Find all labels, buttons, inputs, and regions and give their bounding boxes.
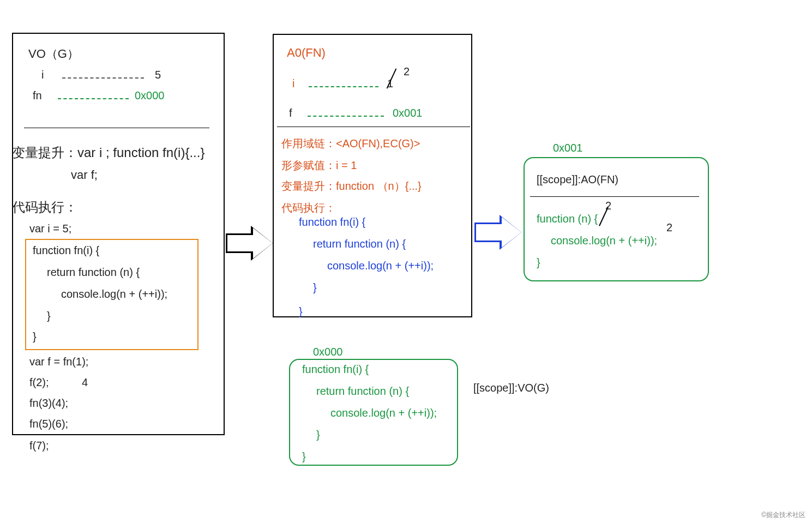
vo-val-i: 5 [155,69,161,81]
heap1-box: [[scope]]:AO(FN) function (n) { 2 consol… [524,157,709,281]
heap0-code3: console.log(n + (++i)); [330,407,437,419]
ao-fn-box: A0(FN) i 1 2 f 0x001 作用域链：<AO(FN),EC(G)>… [273,34,472,317]
ao-var-f: f [289,107,292,119]
fn-code2: return function (n) { [47,266,140,279]
vo-code7a: f(2); [29,376,49,389]
ao-param: 形参赋值：i = 1 [281,158,357,173]
heap1-annot-new: 2 [605,200,611,212]
ao-chain: 作用域链：<AO(FN),EC(G)> [281,136,420,151]
fn-code5: } [33,330,37,343]
vo-code1: var i = 5; [29,223,71,235]
ao-exec-label: 代码执行： [281,201,336,215]
ao-title: A0(FN) [287,46,326,60]
ao-code3: console.log(n + (++i)); [327,260,434,272]
ao-val-f: 0x001 [393,107,423,119]
vo-code6: var f = fn(1); [29,356,88,368]
heap1-scope: [[scope]]:AO(FN) [537,173,618,186]
heap0-scope: [[scope]]:VO(G) [473,382,549,394]
fn-code4: } [47,310,51,322]
vo-hoist-label: 变量提升：var i ; function fn(i){...} [12,144,204,161]
heap1-addr: 0x001 [553,142,583,154]
heap1-code3: } [537,256,540,269]
vo-code7b: 4 [82,376,88,389]
vo-exec-label: 代码执行： [12,199,77,216]
ao-code5: } [299,305,303,318]
heap0-code4: } [316,429,320,441]
heap1-code1: function (n) { [537,213,598,225]
fn-code1: function fn(i) { [33,244,99,257]
vo-var-i: i [41,69,44,81]
heap1-annot2: 2 [666,221,672,234]
vo-code8: fn(3)(4); [29,397,68,410]
vo-code10: f(7); [29,440,49,452]
heap0-code1: function fn(i) { [302,363,369,376]
arrow-vo-to-ao [226,233,253,253]
vo-var-fn: fn [33,89,42,102]
watermark: ©掘金技术社区 [761,510,805,520]
fn-code3: console.log(n + (++i)); [61,288,167,300]
heap0-code2: return function (n) { [316,385,409,398]
ao-hoist: 变量提升：function （n）{...} [281,179,422,194]
ao-code2: return function (n) { [313,238,406,250]
heap1-code2: console.log(n + (++i)); [551,235,657,247]
ao-code4: } [313,281,317,294]
heap0-box: function fn(i) { return function (n) { c… [289,359,458,466]
ao-val-i-new: 2 [404,65,410,78]
vo-title: VO（G） [28,46,79,62]
heap0-code5: } [302,450,306,463]
fn-definition-box: function fn(i) { return function (n) { c… [25,239,199,350]
ao-var-i: i [292,77,294,90]
arrow-ao-to-heap1 [474,223,502,242]
ao-code1: function fn(i) { [299,216,365,229]
vo-hoist-line2: var f; [71,168,98,182]
vo-code9: fn(5)(6); [29,418,68,430]
heap0-addr: 0x000 [313,346,343,358]
vo-val-fn: 0x000 [135,89,165,102]
